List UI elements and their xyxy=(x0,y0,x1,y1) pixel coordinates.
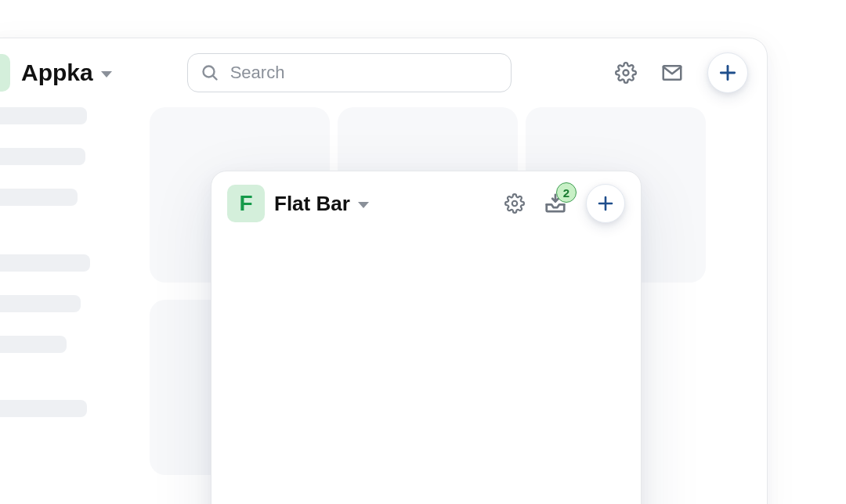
main-header: A Appka xyxy=(0,38,767,107)
skeleton-bar xyxy=(0,400,87,417)
chevron-down-icon xyxy=(101,71,112,77)
skeleton-bar xyxy=(0,107,87,124)
gear-icon xyxy=(615,62,637,84)
inbox-badge: 2 xyxy=(556,182,577,203)
skeleton-bar xyxy=(0,295,81,312)
popup-window: F Flat Bar 2 xyxy=(211,171,642,504)
settings-button[interactable] xyxy=(615,62,637,84)
app-logo[interactable]: A xyxy=(0,54,10,92)
skeleton-bar xyxy=(0,254,90,272)
svg-point-6 xyxy=(512,201,518,207)
svg-line-1 xyxy=(212,76,216,80)
skeleton-bar xyxy=(0,336,67,353)
header-actions xyxy=(615,52,748,93)
popup-add-button[interactable] xyxy=(586,184,625,223)
sidebar-skeleton xyxy=(0,107,90,417)
popup-name: Flat Bar xyxy=(274,192,350,216)
app-name: Appka xyxy=(21,59,93,86)
popup-logo-letter: F xyxy=(239,191,252,216)
gear-icon xyxy=(504,193,525,214)
search-icon xyxy=(201,63,219,82)
skeleton-bar xyxy=(0,148,85,165)
popup-inbox-button[interactable]: 2 xyxy=(544,192,567,215)
svg-point-2 xyxy=(624,70,629,76)
chevron-down-icon xyxy=(358,202,369,208)
popup-settings-button[interactable] xyxy=(504,193,525,214)
mail-icon xyxy=(660,61,684,85)
add-button[interactable] xyxy=(707,52,748,93)
search-input[interactable] xyxy=(230,63,498,83)
plus-icon xyxy=(718,63,738,83)
popup-header: F Flat Bar 2 xyxy=(212,171,641,236)
app-switcher[interactable]: Appka xyxy=(21,59,112,86)
search-field[interactable] xyxy=(187,53,512,92)
mail-button[interactable] xyxy=(660,61,684,85)
plus-icon xyxy=(596,194,615,213)
popup-app-switcher[interactable]: Flat Bar xyxy=(274,192,369,216)
popup-logo[interactable]: F xyxy=(227,185,265,222)
popup-actions: 2 xyxy=(504,184,625,223)
skeleton-bar xyxy=(0,189,78,206)
